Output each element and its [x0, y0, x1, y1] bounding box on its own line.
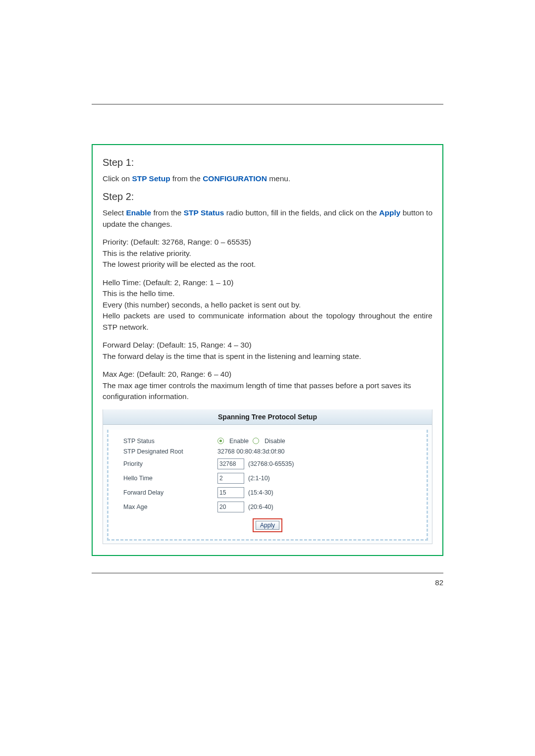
max-age-hint: (20:6-40) [248, 504, 273, 510]
max-age-label: Max Age [123, 504, 217, 510]
document-page: Step 1: Click on STP Setup from the CONF… [0, 0, 535, 587]
text: This is the hello time. [103, 289, 175, 298]
stp-status-value: Enable Disable [217, 438, 285, 445]
apply-button-highlight: Apply [253, 518, 282, 532]
stp-setup-link: STP Setup [132, 174, 170, 183]
text: from the [170, 174, 203, 183]
step2-text: Select Enable from the STP Status radio … [103, 207, 432, 230]
step1-text: Click on STP Setup from the CONFIGURATIO… [103, 173, 432, 184]
text: Forward Delay: (Default: 15, Range: 4 – … [103, 341, 252, 349]
screenshot-form: STP Status Enable Disable STP Designated… [107, 430, 428, 541]
stp-status-row: STP Status Enable Disable [123, 438, 412, 445]
embedded-screenshot: Spanning Tree Protocol Setup STP Status … [103, 409, 432, 544]
text: This is the relative priority. [103, 249, 191, 257]
max-age-input[interactable] [217, 502, 244, 512]
stp-status-link: STP Status [184, 208, 224, 217]
hello-time-input[interactable] [217, 473, 244, 484]
bottom-divider [92, 573, 443, 573]
designated-root-label: STP Designated Root [123, 448, 217, 455]
forward-delay-row: Forward Delay (15:4-30) [123, 487, 412, 498]
step2-heading: Step 2: [103, 191, 432, 202]
priority-input[interactable] [217, 458, 244, 469]
text: from the [151, 208, 184, 217]
priority-row: Priority (32768:0-65535) [123, 458, 412, 469]
priority-label: Priority [123, 460, 217, 467]
text: Hello packets are used to communicate in… [103, 310, 432, 333]
hello-time-hint: (2:1-10) [248, 475, 270, 482]
instruction-box: Step 1: Click on STP Setup from the CONF… [92, 144, 443, 556]
enable-radio[interactable] [217, 438, 224, 444]
forward-delay-hint: (15:4-30) [248, 489, 273, 496]
page-number: 82 [92, 578, 443, 587]
enable-link: Enable [126, 208, 151, 217]
text: menu. [267, 174, 290, 183]
forward-delay-label: Forward Delay [123, 489, 217, 496]
apply-row: Apply [123, 518, 412, 532]
priority-paragraph: Priority: (Default: 32768, Range: 0 – 65… [103, 237, 432, 270]
apply-link: Apply [379, 208, 400, 217]
forward-delay-input[interactable] [217, 487, 244, 498]
hello-time-row: Hello Time (2:1-10) [123, 473, 412, 484]
apply-button[interactable]: Apply [256, 521, 279, 530]
hello-time-label: Hello Time [123, 475, 217, 482]
disable-radio[interactable] [253, 438, 259, 444]
configuration-link: CONFIGURATION [203, 174, 267, 183]
text: Click on [103, 174, 132, 183]
designated-root-row: STP Designated Root 32768 00:80:48:3d:0f… [123, 448, 412, 455]
step1-heading: Step 1: [103, 157, 432, 168]
text: The forward delay is the time that is sp… [103, 352, 361, 360]
text: Max Age: (Default: 20, Range: 6 – 40) [103, 370, 231, 378]
text: Select [103, 208, 126, 217]
stp-status-label: STP Status [123, 438, 217, 445]
text: The max age timer controls the maximum l… [103, 381, 411, 401]
top-divider [92, 104, 443, 104]
screenshot-title: Spanning Tree Protocol Setup [103, 409, 432, 425]
hello-paragraph: Hello Time: (Default: 2, Range: 1 – 10) … [103, 277, 432, 333]
text: Priority: (Default: 32768, Range: 0 – 65… [103, 238, 251, 246]
text: The lowest priority will be elected as t… [103, 260, 256, 268]
max-age-paragraph: Max Age: (Default: 20, Range: 6 – 40) Th… [103, 369, 432, 402]
text: Hello Time: (Default: 2, Range: 1 – 10) [103, 278, 234, 287]
forward-delay-paragraph: Forward Delay: (Default: 15, Range: 4 – … [103, 340, 432, 362]
text: radio button, fill in the fields, and cl… [224, 208, 379, 217]
enable-radio-label: Enable [229, 438, 249, 445]
text: Every (this number) seconds, a hello pac… [103, 301, 301, 309]
disable-radio-label: Disable [265, 438, 285, 445]
priority-hint: (32768:0-65535) [248, 460, 294, 467]
max-age-row: Max Age (20:6-40) [123, 502, 412, 512]
designated-root-value: 32768 00:80:48:3d:0f:80 [217, 448, 285, 455]
